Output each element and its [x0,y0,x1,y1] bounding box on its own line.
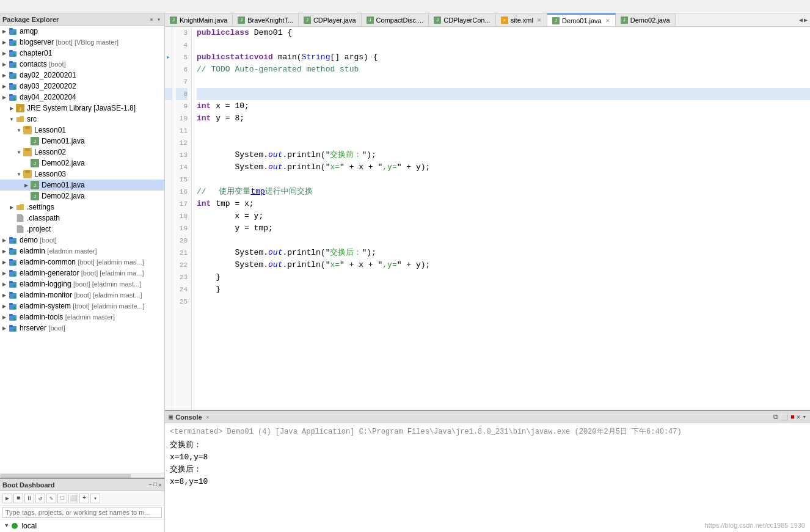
tree-item-demo01-3[interactable]: ▶JDemo01.java [0,180,164,191]
tab-label-KnightMain.java: KnightMain.java [180,16,227,24]
tree-item-jre[interactable]: ▶JJRE System Library [JavaSE-1.8] [0,103,164,114]
tree-item-lesson03[interactable]: ▼Lesson03 [0,169,164,180]
tab-Demo01.java[interactable]: JDemo01.java✕ [547,13,616,27]
line-num-9: 9 [176,100,188,112]
bd-edit-btn[interactable]: ✎ [46,494,56,503]
tree-item-settings[interactable]: ▶.settings [0,202,164,213]
console-open-console-icon[interactable]: ⧉ [773,414,778,421]
tab-CompactDisc....[interactable]: JCompactDisc.... [362,13,429,27]
tree-item-day03[interactable]: ▶day03_20200202 [0,81,164,92]
tree-item-hrserver[interactable]: ▶hrserver [boot] [0,322,164,333]
tree-label-demo02-3: Demo02.java [42,192,85,200]
tree-label-chapter01: chapter01 [20,49,52,57]
tab-close-site.xml[interactable]: ✕ [537,17,542,23]
tab-CDPlayer.java[interactable]: JCDPlayer.java [299,13,362,27]
svg-rect-28 [25,170,30,173]
tab-CDPlayerCon...[interactable]: JCDPlayerCon... [429,13,495,27]
boot-dashboard-title: Boot Dashboard [2,481,55,489]
minimize-icon[interactable]: ✕ [148,16,155,23]
gutter-line-22 [165,259,172,271]
tab-BraveKnightT...[interactable]: JBraveKnightT... [233,13,299,27]
tree-item-demo02-3[interactable]: JDemo02.java [0,191,164,202]
code-editor[interactable]: ▶ 34567891011121314151617181920212223242… [165,27,810,410]
tree-item-classpath[interactable]: .classpath [0,213,164,224]
tree-item-eladmin-system[interactable]: ▶eladmin-system [boot] [eladmin maste...… [0,301,164,312]
svg-point-37 [13,263,16,265]
console-clear-icon[interactable]: ⬜ [780,413,789,421]
tree-item-chapter01[interactable]: ▶chapter01 [0,48,164,59]
line-num-8: 8 [176,88,188,100]
bd-suspend-btn[interactable]: ⏸ [24,494,34,503]
line-num-19: 19 [176,222,188,235]
svg-rect-24 [25,126,30,129]
tree-item-amqp[interactable]: ▶amqp [0,26,164,37]
bd-stop-btn[interactable]: ■ [13,494,23,503]
console-remove-icon[interactable]: ✕ [797,413,801,421]
tree-item-src[interactable]: ▼src [0,114,164,125]
tree-item-eladmin-common[interactable]: ▶eladmin-common [boot] [eladmin mas...] [0,257,164,268]
local-label: local [21,522,37,530]
code-content[interactable]: public class Demo01 { public static void… [192,27,810,410]
tree-item-day02[interactable]: ▶day02_20200201 [0,70,164,81]
bd-search-input[interactable] [2,507,162,518]
bd-add-btn[interactable]: + [79,494,89,503]
tree-item-eladmin[interactable]: ▶eladmin [eladmin master] [0,246,164,257]
sidebar-menu-icon[interactable]: ▾ [156,16,162,23]
console-title: Console [175,414,202,421]
svg-point-20 [13,98,16,100]
bd-maximize-icon[interactable]: □ [153,481,157,489]
console-menu-icon[interactable]: ▾ [802,413,806,421]
line-num-10: 10 [176,112,188,125]
bd-menu-btn[interactable]: ▾ [90,494,100,503]
sidebar-scrollbar[interactable] [0,473,164,478]
bd-open-btn[interactable]: □ [57,494,67,503]
tree-item-eladmin-monitor[interactable]: ▶eladmin-monitor [boot] [eladmin mast...… [0,290,164,301]
bd-minimize-icon[interactable]: – [148,481,152,489]
console-close-tab-icon[interactable]: ✕ [206,414,210,421]
line-num-25: 25 [176,296,188,308]
tab-icon-site.xml: x [501,16,508,24]
tree-item-contacts[interactable]: ▶contacts [boot] [0,59,164,70]
tab-KnightMain.java[interactable]: JKnightMain.java [165,13,233,27]
bd-collapse-btn[interactable]: ⬜ [68,494,78,503]
tree-item-lesson02[interactable]: ▼Lesson02 [0,147,164,158]
tree-item-demo02-1[interactable]: JDemo02.java [0,158,164,169]
tree-item-day04[interactable]: ▶day04_20200204 [0,92,164,103]
code-line-8 [197,88,810,100]
tree-label-day04: day04_20200204 [20,93,76,101]
tree-arrow-blogserver: ▶ [1,40,7,45]
svg-rect-33 [9,248,13,250]
tree-item-lesson01[interactable]: ▼Lesson01 [0,125,164,136]
tab-scroll-right[interactable]: ▶ [804,16,808,24]
bd-close-icon[interactable]: ✕ [158,481,162,489]
svg-rect-45 [9,292,13,294]
console-output: 交换前：x=10,y=8交换后：x=8,y=10 [170,439,805,488]
tree-item-eladmin-generator[interactable]: ▶eladmin-generator [boot] [eladmin ma...… [0,268,164,279]
svg-rect-1 [9,28,13,30]
tree-item-project[interactable]: .project [0,224,164,235]
line-num-23: 23 [176,271,188,283]
console-line-3: x=8,y=10 [170,476,805,488]
tree-icon-eladmin-common [9,258,17,266]
tree-item-demo01-1[interactable]: JDemo01.java [0,136,164,147]
tree-label-project: .project [27,225,51,233]
tab-close-Demo01.java[interactable]: ✕ [605,18,610,24]
svg-text:J: J [19,107,21,111]
tab-Demo02.java[interactable]: JDemo02.java [616,13,676,27]
tree-arrow-lesson02: ▼ [16,150,22,155]
tree-label-src: src [27,115,37,123]
tree-item-eladmin-logging[interactable]: ▶eladmin-logging [boot] [eladmin mast...… [0,279,164,290]
tree-item-eladmin-tools[interactable]: ▶eladmin-tools [eladmin master] [0,312,164,322]
tree-item-blogserver[interactable]: ▶blogserver [boot] [VBlog master] [0,37,164,48]
line-num-17: 17 [176,198,188,210]
bd-start-btn[interactable]: ▶ [2,494,12,503]
code-line-18: x = y; [197,210,810,222]
boot-dashboard-local-item[interactable]: ▼ local [0,520,164,532]
tree-arrow-settings: ▶ [9,205,15,210]
tree-arrow-lesson01: ▼ [16,128,22,133]
tree-item-demo[interactable]: ▶demo [boot] [0,235,164,246]
tab-scroll-left[interactable]: ◀ [799,16,803,24]
bd-restart-btn[interactable]: ↺ [35,494,45,503]
console-terminate-icon[interactable]: ■ [790,414,795,421]
tab-site.xml[interactable]: xsite.xml✕ [496,13,547,27]
